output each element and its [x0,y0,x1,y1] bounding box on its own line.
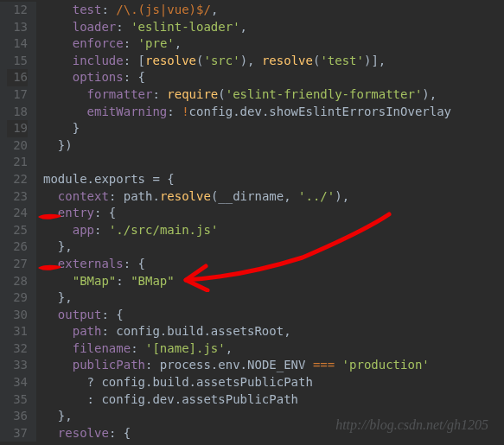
code-token: 'eslint-loader' [131,20,239,34]
code-line[interactable]: filename: '[name].js', [43,340,451,358]
code-line[interactable]: resolve: { [43,425,451,442]
line-number: 28 [7,273,28,290]
code-token [43,206,58,219]
code-token [43,189,58,203]
line-number: 12 [7,2,28,19]
code-line[interactable]: test: /\.(js|vue)$/, [43,2,451,19]
code-line[interactable]: }, [43,238,451,256]
code-token: require [167,87,218,101]
code-token: 'eslint-friendly-formatter' [226,87,423,101]
code-token: = [152,172,167,186]
code-line[interactable]: path: config.build.assetsRoot, [43,323,451,340]
code-line[interactable]: loader: 'eslint-loader', [43,19,451,36]
code-line[interactable]: options: { [43,69,451,86]
line-number: 24 [7,205,28,222]
code-line[interactable]: include: [resolve('src'), resolve('test'… [43,53,451,70]
code-token: ! [182,105,188,118]
line-number: 18 [7,104,28,121]
code-line[interactable]: }, [43,408,451,425]
line-number: 13 [7,19,28,36]
code-token: : config.build.assetsRoot, [101,324,290,338]
code-token: : { [124,70,145,84]
code-token: 'production' [342,358,430,372]
code-token: : process.env.NODE_ENV [145,358,313,372]
code-token: context [58,189,109,203]
code-token: } [43,121,80,135]
code-token: : { [94,206,116,219]
code-token: app [73,223,94,237]
code-token: === [313,358,342,372]
code-token: : [124,36,138,50]
code-line[interactable]: publicPath: process.env.NODE_ENV === 'pr… [43,357,451,374]
line-number: 22 [7,171,28,188]
code-token: /\.(js|vue)$/ [116,3,211,16]
code-token: : [94,223,109,237]
line-number: 15 [7,53,28,70]
code-token: test [73,3,102,16]
code-line[interactable]: emitWarning: !config.dev.showEslintError… [43,104,451,121]
code-line[interactable]: : config.dev.assetsPublicPath [43,391,451,409]
code-token: externals [58,257,124,270]
code-editor[interactable]: 1213141516171819202122232425262728293031… [0,0,504,442]
code-token: resolve [160,189,211,203]
code-line[interactable]: "BMap": "BMap" [43,273,451,290]
code-token: output [58,308,102,321]
code-token: filename [73,341,131,355]
line-number: 37 [7,425,28,442]
code-line[interactable]: enforce: 'pre', [43,35,451,53]
line-number: 31 [7,323,28,340]
code-token [43,70,73,84]
code-line[interactable]: formatter: require('eslint-friendly-form… [43,86,451,104]
code-area[interactable]: test: /\.(js|vue)$/, loader: 'eslint-loa… [36,2,451,442]
code-token: '../' [298,189,335,203]
code-token: '[name].js' [145,341,226,355]
code-line[interactable]: entry: { [43,205,451,222]
code-line[interactable]: ? config.build.assetsPublicPath [43,374,451,391]
code-token [43,358,73,372]
code-line[interactable]: externals: { [43,256,451,273]
code-token: ), [335,189,349,203]
code-token [43,324,73,338]
code-line[interactable]: } [43,120,451,137]
code-line[interactable]: }, [43,289,451,307]
code-token [43,87,87,101]
code-token: emitWarning [87,105,168,118]
line-number: 33 [7,357,28,374]
code-line[interactable]: context: path.resolve(__dirname, '../'), [43,188,451,206]
line-number: 35 [7,391,28,409]
line-number: 27 [7,256,28,273]
code-token: }) [43,138,73,152]
code-token: : { [101,308,123,321]
line-number: 25 [7,222,28,239]
code-token: include [73,54,124,67]
code-token: options [73,70,124,84]
code-token: './src/main.js' [109,223,218,237]
code-token [43,105,87,118]
code-token: : [152,87,167,101]
code-token: }, [43,409,73,423]
line-number: 36 [7,408,28,425]
line-number: 21 [7,154,28,171]
code-token: (__dirname, [211,189,298,203]
code-token: 'src' [203,54,239,67]
code-line[interactable] [43,154,451,171]
line-number: 26 [7,238,28,256]
code-token: : config.dev.assetsPublicPath [43,392,298,406]
code-token: ), [240,54,262,67]
line-number: 23 [7,188,28,206]
code-line[interactable]: }) [43,137,451,155]
line-number: 29 [7,289,28,307]
code-token: publicPath [73,358,145,372]
line-number: 14 [7,35,28,53]
code-line[interactable]: app: './src/main.js' [43,222,451,239]
code-line[interactable]: output: { [43,307,451,324]
code-token: resolve [262,54,313,67]
code-token [43,20,73,34]
code-line[interactable]: module.exports = { [43,171,451,188]
code-token: loader [73,20,117,34]
line-number: 16 [7,69,28,86]
line-number: 34 [7,374,28,391]
code-token: config.dev.showEslintErrorsInOverlay [189,105,451,118]
code-token [43,274,73,288]
code-token: ), [422,87,437,101]
